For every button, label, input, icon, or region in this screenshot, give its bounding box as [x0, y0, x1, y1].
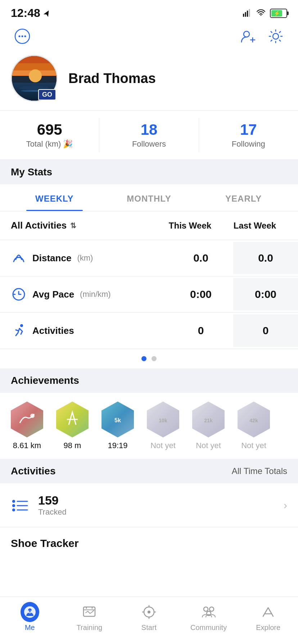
gear-icon [268, 28, 284, 44]
achievement-3[interactable]: 5k 19:19 [98, 401, 137, 450]
avg-pace-label: Avg Pace (min/km) [0, 276, 168, 312]
nav-explore[interactable]: Explore [247, 603, 290, 632]
nav-me-label: Me [25, 624, 35, 632]
nav-start-label: Start [141, 624, 157, 632]
all-time-totals: All Time Totals [232, 466, 287, 476]
avatar-container: GO [11, 55, 58, 102]
hex-badge-2 [54, 401, 90, 437]
hex-badge-4: 10k [145, 401, 181, 437]
nav-community[interactable]: Community [187, 603, 230, 632]
achievement-badge-1 [9, 401, 45, 437]
achievement-2[interactable]: 98 m [53, 401, 92, 450]
dot-2[interactable] [152, 356, 157, 361]
last-week-header: Last Week [222, 221, 287, 231]
following-value: 17 [199, 121, 298, 138]
status-bar: 12:48 [0, 0, 298, 23]
tracked-icon-area [11, 496, 32, 514]
activities-row: Activities 0 0 [0, 313, 298, 349]
svg-point-7 [24, 36, 26, 37]
signal-icon [243, 9, 252, 18]
filter-row: All Activities ⇅ This Week Last Week [0, 211, 298, 240]
svg-text:10k: 10k [159, 418, 167, 423]
nav-me[interactable]: Me [8, 603, 51, 632]
svg-point-36 [30, 611, 31, 612]
status-icons [243, 9, 287, 18]
svg-rect-2 [247, 10, 248, 17]
add-user-button[interactable] [239, 27, 258, 46]
svg-rect-0 [243, 14, 244, 17]
followers-value: 18 [99, 121, 198, 138]
distance-icon [11, 250, 27, 266]
achievement-6[interactable]: 42k Not yet [234, 401, 274, 450]
shoe-tracker-preview: Shoe Tracker [0, 527, 298, 553]
svg-rect-1 [245, 12, 246, 17]
training-icon-container [80, 603, 99, 621]
svg-point-28 [12, 504, 15, 507]
tab-weekly[interactable]: WEEKLY [7, 184, 102, 211]
followers-stat[interactable]: 18 Followers [99, 118, 198, 152]
start-icon [141, 604, 157, 620]
me-icon-container [21, 603, 39, 621]
achievement-label-1: 8.61 km [13, 441, 41, 450]
total-km-stat: 695 Total (km) 🎉 [0, 118, 99, 152]
followers-label: Followers [99, 139, 198, 149]
achievement-badge-2 [54, 401, 90, 437]
filter-label[interactable]: All Activities ⇅ [11, 220, 76, 231]
profile-section: GO Brad Thomas [0, 51, 298, 110]
svg-point-41 [209, 607, 214, 611]
dot-1[interactable] [141, 356, 146, 361]
bottom-nav: Me Training Start [0, 597, 298, 644]
tab-monthly[interactable]: MONTHLY [102, 184, 197, 211]
svg-point-39 [148, 611, 150, 613]
nav-training[interactable]: Training [68, 603, 111, 632]
achievements-header: Achievements [0, 368, 298, 393]
shoe-tracker-label: Shoe Tracker [11, 537, 78, 549]
profile-stats-row: 695 Total (km) 🎉 18 Followers 17 Followi… [0, 110, 298, 160]
status-time: 12:48 [11, 6, 51, 20]
stats-tabs: WEEKLY MONTHLY YEARLY [0, 184, 298, 211]
tracked-row[interactable]: 159 Tracked › [0, 483, 298, 527]
sort-arrows-icon: ⇅ [70, 221, 76, 230]
achievement-5[interactable]: 21k Not yet [189, 401, 228, 450]
achievement-1[interactable]: 8.61 km [7, 401, 47, 450]
activities-label: Activities [0, 313, 168, 349]
add-user-icon [240, 28, 256, 44]
chat-bubble-icon [14, 28, 30, 44]
svg-point-21 [20, 324, 23, 327]
battery-icon [270, 9, 287, 18]
me-icon-bg [21, 602, 39, 622]
following-stat[interactable]: 17 Following [199, 118, 298, 152]
svg-point-29 [12, 509, 15, 511]
nav-start[interactable]: Start [127, 603, 171, 632]
settings-button[interactable] [266, 27, 285, 46]
pace-last-week: 0:00 [233, 278, 298, 310]
following-label: Following [199, 139, 298, 149]
chat-button[interactable] [13, 27, 32, 46]
tab-yearly[interactable]: YEARLY [196, 184, 291, 211]
achievement-label-3: 19:19 [108, 441, 127, 450]
distance-last-week: 0.0 [233, 242, 298, 274]
achievement-label-5: Not yet [196, 441, 221, 450]
my-stats-header: My Stats [0, 160, 298, 184]
achievement-label-2: 98 m [64, 441, 81, 450]
nav-community-label: Community [190, 624, 227, 632]
svg-point-6 [22, 36, 23, 37]
wifi-icon [256, 9, 266, 18]
tracked-label: Tracked [38, 507, 284, 517]
svg-point-40 [204, 607, 208, 611]
activities-title: Activities [11, 465, 56, 477]
svg-point-5 [19, 36, 21, 37]
go-badge: GO [38, 89, 56, 100]
community-icon [201, 604, 217, 620]
explore-icon-container [259, 603, 277, 621]
distance-label: Distance (km) [0, 240, 168, 276]
achievement-4[interactable]: 10k Not yet [143, 401, 183, 450]
this-week-header: This Week [158, 221, 222, 231]
week-headers: This Week Last Week [158, 221, 287, 231]
me-icon [24, 606, 36, 618]
svg-text:21k: 21k [204, 418, 213, 423]
svg-point-11 [273, 33, 279, 39]
svg-point-34 [28, 608, 32, 612]
filter-text: All Activities [11, 220, 67, 231]
start-icon-container [140, 603, 158, 621]
